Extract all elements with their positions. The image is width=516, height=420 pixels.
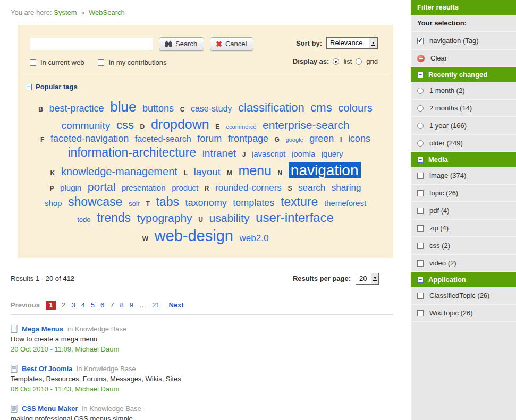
filter-option-row[interactable]: 1 year (166) bbox=[411, 117, 516, 135]
tag-link[interactable]: trends bbox=[97, 211, 131, 225]
tag-link[interactable]: texture bbox=[281, 195, 318, 209]
tag-link[interactable]: jquery bbox=[322, 149, 343, 158]
tag-link[interactable]: solr bbox=[129, 200, 140, 208]
collapse-icon[interactable]: − bbox=[417, 157, 424, 163]
tag-link[interactable]: frontpage bbox=[228, 133, 268, 144]
tag-link[interactable]: search bbox=[298, 183, 325, 193]
tag-link[interactable]: joomla bbox=[292, 149, 315, 158]
search-input[interactable] bbox=[30, 38, 153, 50]
tag-link[interactable]: shop bbox=[45, 199, 62, 208]
pagination-page[interactable]: 2 bbox=[62, 301, 65, 309]
tag-link[interactable]: rounded-corners bbox=[215, 183, 282, 193]
pagination-page[interactable]: 4 bbox=[81, 301, 85, 309]
collapse-icon[interactable]: − bbox=[417, 72, 424, 78]
display-as-radio[interactable] bbox=[333, 58, 339, 65]
result-title-link[interactable]: Best Of Joomla bbox=[22, 364, 72, 374]
checkbox-icon[interactable] bbox=[417, 190, 424, 196]
checkbox-icon[interactable] bbox=[417, 208, 424, 214]
tag-link[interactable]: javascript bbox=[252, 149, 285, 158]
tag-link[interactable]: green bbox=[309, 133, 334, 144]
tag-link[interactable]: classification bbox=[238, 101, 304, 114]
radio-icon[interactable] bbox=[417, 88, 424, 94]
filter-option-row[interactable]: 1 month (2) bbox=[411, 82, 516, 100]
tag-link[interactable]: todo bbox=[77, 216, 90, 224]
pagination-page[interactable]: 1 bbox=[46, 301, 56, 310]
checkbox-checked-icon[interactable] bbox=[417, 38, 424, 44]
tag-link[interactable]: buttons bbox=[142, 103, 174, 114]
tag-link[interactable]: case-study bbox=[191, 104, 232, 113]
filter-option-row[interactable]: image (374) bbox=[411, 167, 516, 185]
tag-link[interactable]: intranet bbox=[202, 148, 236, 159]
collapse-icon[interactable]: − bbox=[417, 277, 424, 283]
filter-option-row[interactable]: pdf (4) bbox=[411, 202, 516, 220]
cancel-button[interactable]: ✖ Cancel bbox=[210, 37, 253, 51]
tag-link[interactable]: ecommerce bbox=[226, 124, 256, 130]
tag-link[interactable]: menu bbox=[238, 163, 272, 178]
chevron-down-icon[interactable]: ▼ bbox=[371, 273, 378, 284]
tag-link[interactable]: navigation bbox=[289, 162, 361, 178]
checkbox-icon[interactable] bbox=[417, 293, 424, 299]
tag-link[interactable]: layout bbox=[193, 166, 221, 177]
tag-link[interactable]: typography bbox=[137, 212, 192, 224]
collapse-icon[interactable]: − bbox=[26, 84, 32, 90]
display-as-radio[interactable] bbox=[356, 58, 362, 65]
display-as-option-grid[interactable]: grid bbox=[356, 57, 378, 65]
tag-link[interactable]: portal bbox=[88, 181, 116, 193]
pagination-page[interactable]: 3 bbox=[71, 301, 75, 309]
tag-link[interactable]: forum bbox=[197, 133, 222, 144]
tag-link[interactable]: product bbox=[172, 183, 198, 192]
filter-option-row[interactable]: video (2) bbox=[411, 255, 516, 272]
tag-link[interactable]: google bbox=[286, 136, 303, 143]
filter-option-row[interactable]: Clear bbox=[411, 50, 516, 67]
radio-icon[interactable] bbox=[417, 123, 424, 129]
breadcrumb-link-websearch[interactable]: WebSearch bbox=[89, 8, 125, 16]
tag-link[interactable]: faceted-search bbox=[135, 134, 191, 143]
tag-link[interactable]: user-interface bbox=[256, 210, 334, 225]
in-my-contributions-option[interactable]: In my contributions bbox=[98, 58, 166, 66]
tag-link[interactable]: themeforest bbox=[324, 199, 366, 208]
tag-link[interactable]: web-design bbox=[155, 227, 233, 244]
radio-icon[interactable] bbox=[417, 140, 424, 147]
search-button[interactable]: Search bbox=[159, 37, 204, 51]
filter-option-row[interactable]: topic (26) bbox=[411, 185, 516, 202]
tag-link[interactable]: best-practice bbox=[49, 103, 104, 114]
display-as-option-list[interactable]: list bbox=[333, 57, 352, 65]
tag-link[interactable]: knowledge-management bbox=[61, 166, 177, 177]
radio-icon[interactable] bbox=[417, 105, 424, 112]
pagination-previous[interactable]: Previous bbox=[11, 301, 40, 309]
tag-link[interactable]: usability bbox=[209, 212, 250, 224]
sort-by-select[interactable]: Relevance ▼ bbox=[326, 37, 378, 49]
filter-option-row[interactable]: WikiTopic (26) bbox=[411, 305, 516, 322]
checkbox-icon[interactable] bbox=[417, 310, 424, 316]
tag-link[interactable]: icons bbox=[348, 133, 370, 144]
checkbox-icon[interactable] bbox=[417, 243, 424, 249]
tag-link[interactable]: sharing bbox=[332, 183, 361, 193]
result-author-link[interactable]: Michael Daum bbox=[75, 385, 119, 393]
tag-link[interactable]: information-architecture bbox=[67, 145, 196, 159]
pagination-page[interactable]: 5 bbox=[91, 301, 95, 309]
pagination-page[interactable]: 8 bbox=[120, 301, 124, 309]
in-current-web-checkbox[interactable] bbox=[30, 59, 36, 66]
tag-link[interactable]: plugin bbox=[60, 183, 81, 192]
pagination-page[interactable]: 21 bbox=[152, 301, 159, 309]
pagination-page[interactable]: 9 bbox=[130, 301, 133, 309]
tag-link[interactable]: enterprise-search bbox=[263, 119, 349, 131]
tag-link[interactable]: web2.0 bbox=[240, 233, 269, 243]
results-per-page-select[interactable]: 20 ▼ bbox=[356, 273, 379, 285]
breadcrumb-link-system[interactable]: System bbox=[54, 8, 77, 16]
checkbox-icon[interactable] bbox=[417, 260, 424, 267]
checkbox-icon[interactable] bbox=[417, 173, 424, 179]
checkbox-icon[interactable] bbox=[417, 225, 424, 232]
in-my-contributions-checkbox[interactable] bbox=[98, 59, 104, 66]
tag-link[interactable]: community bbox=[62, 120, 111, 131]
tag-link[interactable]: presentation bbox=[122, 183, 166, 192]
clear-filter-icon[interactable] bbox=[417, 55, 425, 62]
result-title-link[interactable]: Mega Menus bbox=[22, 324, 63, 334]
filter-option-row[interactable]: css (2) bbox=[411, 237, 516, 255]
filter-option-row[interactable]: 2 months (14) bbox=[411, 100, 516, 117]
tag-link[interactable]: colours bbox=[338, 102, 372, 114]
result-author-link[interactable]: Michael Daum bbox=[75, 345, 119, 353]
filter-option-row[interactable]: ClassifiedTopic (26) bbox=[411, 287, 516, 305]
tag-link[interactable]: templates bbox=[233, 198, 274, 208]
filter-option-row[interactable]: zip (4) bbox=[411, 220, 516, 237]
